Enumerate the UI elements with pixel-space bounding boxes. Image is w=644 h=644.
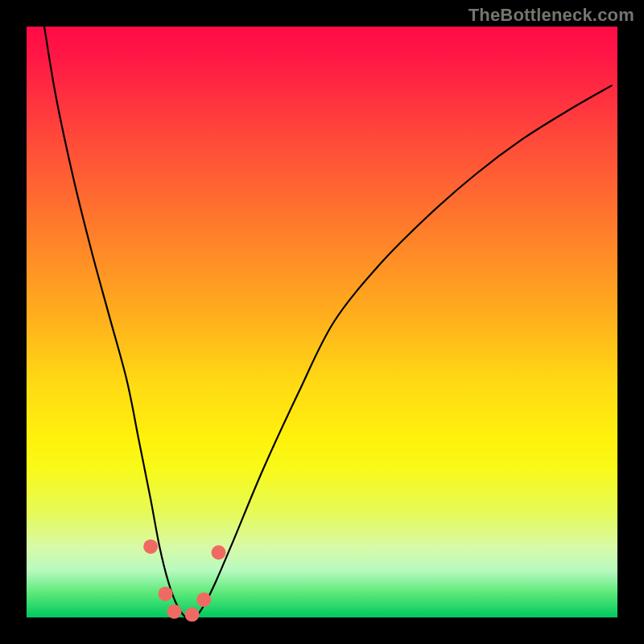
curve-markers: [143, 539, 225, 621]
curve-marker: [158, 587, 172, 601]
chart-svg: [27, 27, 617, 617]
curve-marker: [143, 539, 158, 554]
curve-marker: [185, 607, 200, 621]
curve-marker: [212, 545, 226, 559]
curve-marker: [167, 605, 182, 619]
curve-marker: [196, 592, 211, 607]
bottleneck-curve: [44, 27, 612, 619]
plot-area: [27, 27, 617, 617]
watermark-text: TheBottleneck.com: [469, 5, 634, 26]
chart-frame: TheBottleneck.com: [0, 0, 644, 644]
